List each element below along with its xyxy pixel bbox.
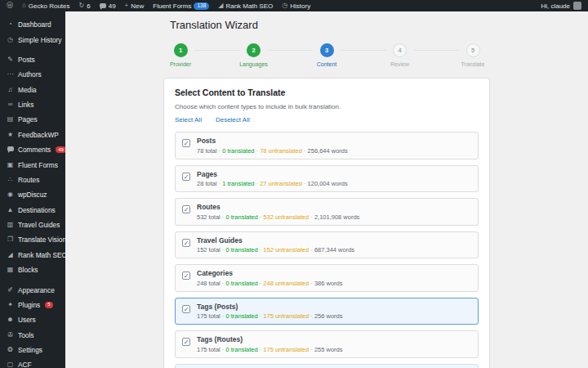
content-type-stats: 248 total · 0 translated · 248 untransla… [197, 280, 343, 287]
sidebar-item-fluent-forms[interactable]: ▣ Fluent Forms [0, 157, 65, 172]
step-number: 5 [466, 43, 480, 57]
stat-words: 256,644 words [308, 147, 348, 155]
translate-icon: ❐ [7, 236, 14, 243]
step-number: 3 [320, 43, 334, 57]
content-type-row-tags-routes[interactable]: ✓ Tags (Routes) 175 total · 0 translated… [175, 330, 479, 358]
adminbar-rank-math[interactable]: ◢ Rank Math SEO [218, 2, 273, 10]
adminbar-history[interactable]: ◷ History [282, 2, 310, 10]
sidebar-item-routes[interactable]: ∴ Routes [0, 173, 65, 187]
sidebar-item-destinations[interactable]: ▲ Destinations [0, 203, 65, 218]
count-badge: 49 [56, 146, 65, 153]
stat-words: 255 words [314, 346, 343, 353]
stat-words: 2,101,908 words [314, 213, 359, 221]
brush-icon: ✐ [7, 287, 14, 294]
sidebar-item-blocks[interactable]: ▦ Blocks [0, 263, 65, 277]
stat-words: 386 words [314, 280, 343, 287]
admin-bar-items: Ⓦ ⌂ Gecko Routes ↻ 6 49 + New Fluent For… [7, 2, 310, 10]
content-type-row-pages[interactable]: ✓ Pages 28 total · 1 translated · 27 unt… [175, 165, 479, 193]
tools-icon: ✇ [7, 332, 14, 339]
content-type-stats: 175 total · 0 translated · 175 untransla… [197, 312, 343, 320]
sidebar-item-travel-guides[interactable]: ▥ Travel Guides [0, 218, 65, 232]
content-type-name: Pages [197, 170, 348, 178]
stat-total: 152 total [197, 246, 220, 254]
new-content-icon: + [125, 2, 129, 9]
content-type-row-tags-posts[interactable]: ✓ Tags (Posts) 175 total · 0 translated … [175, 298, 479, 325]
content-type-checkbox[interactable]: ✓ [182, 239, 190, 247]
slug-option-row[interactable]: ✓ Also translate URL slugs (posts, categ… [175, 364, 479, 368]
adminbar-fluent-forms[interactable]: Fluent Forms 138 [153, 2, 209, 10]
sidebar-item-settings[interactable]: ❂ Settings [0, 343, 65, 357]
stat-total: 532 total [197, 213, 220, 221]
content-type-row-travel-guides[interactable]: ✓ Travel Guides 152 total · 0 translated… [175, 231, 479, 259]
stat-untranslated: 78 untranslated [260, 147, 302, 155]
sidebar-item-comments[interactable]: Comments 49 [0, 142, 65, 157]
sidebar-item-acf[interactable]: ▢ ACF [0, 357, 65, 368]
content-type-checkbox[interactable]: ✓ [182, 205, 190, 213]
settings-icon: ❂ [7, 347, 14, 353]
content-type-checkbox[interactable]: ✓ [182, 272, 190, 280]
content-type-stats: 532 total · 0 translated · 532 untransla… [197, 213, 359, 221]
admin-sidebar: ◔ Dashboard ◷ Simple History ✎ Posts ⋯ A… [0, 11, 65, 368]
chart-icon: ◢ [7, 252, 14, 258]
page-title: Translation Wizard [163, 19, 490, 31]
step-connector [194, 50, 240, 51]
media-icon: ♫ [7, 87, 14, 93]
sidebar-item-wpdiscuz[interactable]: ◉ wpDiscuz [0, 187, 65, 202]
content-type-checkbox[interactable]: ✓ [182, 173, 190, 181]
discussion-icon: ◉ [7, 191, 14, 198]
sidebar-item-posts[interactable]: ✎ Posts [0, 52, 65, 67]
select-all-link[interactable]: Select All [175, 116, 202, 123]
deselect-all-link[interactable]: Deselect All [216, 116, 250, 123]
sidebar-item-appearance[interactable]: ✐ Appearance [0, 282, 65, 297]
stat-untranslated: 27 untranslated [260, 180, 302, 187]
content-type-checkbox[interactable]: ✓ [182, 139, 190, 147]
content-type-checkbox[interactable]: ✓ [182, 338, 190, 346]
content-type-list: ✓ Posts 78 total · 0 translated · 78 unt… [175, 132, 479, 358]
wp-logo-icon: Ⓦ [7, 2, 13, 9]
content-type-checkbox[interactable]: ✓ [182, 305, 190, 313]
step-label: Review [390, 61, 409, 67]
wizard-step-content: 3 Content [313, 43, 341, 67]
adminbar-wp-logo[interactable]: Ⓦ [7, 2, 13, 9]
step-label: Translate [461, 61, 485, 67]
sidebar-item-dashboard[interactable]: ◔ Dashboard [0, 17, 65, 32]
sidebar-item-tools[interactable]: ✇ Tools [0, 328, 65, 343]
stat-total: 78 total [197, 147, 217, 155]
stat-untranslated: 248 untranslated [263, 280, 309, 287]
sidebar-item-translate-vision[interactable]: ❐ Translate Vision [0, 232, 65, 247]
stat-words: 256 words [314, 312, 343, 320]
stat-translated: 1 translated [222, 180, 254, 187]
adminbar-updates[interactable]: ↻ 6 [79, 2, 91, 10]
step-number: 4 [393, 43, 407, 57]
network-icon: ∴ [7, 177, 14, 183]
sidebar-item-simple-history[interactable]: ◷ Simple History [0, 32, 65, 47]
step-connector [341, 50, 386, 51]
sidebar-item-rank-math-seo[interactable]: ◢ Rank Math SEO [0, 248, 65, 263]
sidebar-item-plugins[interactable]: ✦ Plugins 5 [0, 298, 65, 312]
content-type-row-categories[interactable]: ✓ Categories 248 total · 0 translated · … [175, 264, 479, 292]
sidebar-item-feedbackwp[interactable]: ★ FeedbackWP [0, 128, 65, 142]
sidebar-item-pages[interactable]: ▤ Pages [0, 112, 65, 127]
adminbar-new-content[interactable]: + New [125, 2, 145, 10]
content-type-stats: 152 total · 0 translated · 152 untransla… [197, 246, 354, 254]
adminbar-site-home[interactable]: ⌂ Gecko Routes [22, 2, 70, 10]
step-number: 2 [247, 43, 261, 57]
content-type-name: Tags (Routes) [197, 335, 343, 343]
content-type-row-posts[interactable]: ✓ Posts 78 total · 0 translated · 78 unt… [175, 132, 479, 159]
admin-bar-account[interactable]: Hi, claude [541, 2, 581, 10]
step-connector [414, 50, 460, 51]
rank-math-icon: ◢ [218, 2, 223, 9]
adminbar-comments[interactable]: 49 [100, 2, 116, 10]
content-type-row-routes[interactable]: ✓ Routes 532 total · 0 translated · 532 … [175, 198, 479, 226]
mountain-icon: ▲ [7, 207, 14, 213]
sidebar-item-links[interactable]: ∞ Links [0, 97, 65, 112]
content-type-stats: 175 total · 0 translated · 175 untransla… [197, 346, 343, 353]
pushpin-icon: ✎ [7, 56, 14, 63]
pages-icon: ▤ [7, 116, 14, 123]
sidebar-item-users[interactable]: ☻ Users [0, 312, 65, 327]
sidebar-item-media[interactable]: ♫ Media [0, 83, 65, 97]
step-label: Languages [239, 61, 268, 67]
sidebar-item-authors[interactable]: ⋯ Authors [0, 67, 65, 82]
stat-translated: 0 translated [225, 213, 257, 221]
updates-icon: ↻ [79, 2, 85, 9]
